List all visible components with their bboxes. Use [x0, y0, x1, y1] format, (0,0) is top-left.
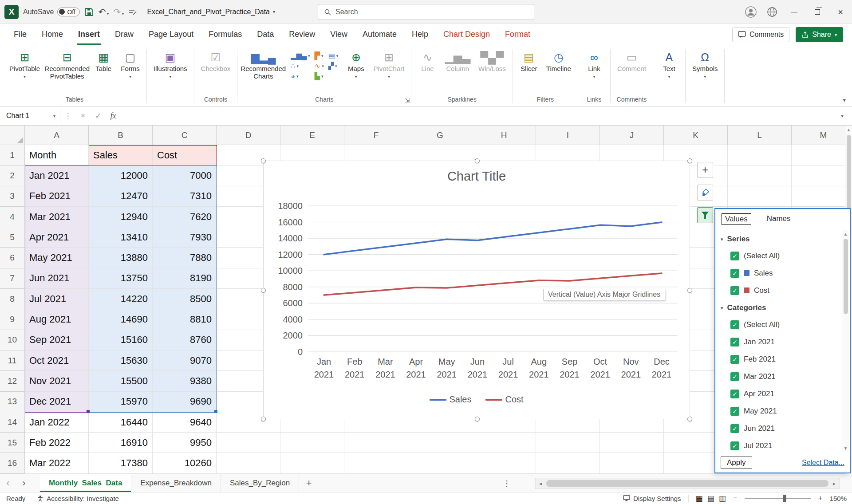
- sheet-tab-sales-by-region[interactable]: Sales_By_Region: [221, 474, 299, 492]
- timeline-button[interactable]: ◷Timeline: [543, 48, 574, 74]
- row-header-5[interactable]: 5: [0, 227, 25, 248]
- text-button[interactable]: AText▾: [657, 48, 682, 79]
- ribbon-tab-insert[interactable]: Insert: [71, 24, 107, 45]
- chart-title[interactable]: Chart Title: [264, 169, 690, 184]
- recommended-pivottables-button[interactable]: ⊟Recommended PivotTables: [45, 48, 89, 81]
- cell-g15[interactable]: [408, 433, 472, 453]
- checkbox-icon[interactable]: ✓: [730, 390, 739, 398]
- illustrations-button[interactable]: ▣Illustrations▾: [150, 48, 190, 79]
- cell-a16[interactable]: Mar 2022: [25, 453, 89, 473]
- recommended-charts-button[interactable]: ▆▂▄Recommended Charts: [241, 48, 285, 81]
- ribbon-tab-view[interactable]: View: [323, 24, 355, 45]
- scatter-chart-button[interactable]: ∴▾: [291, 63, 310, 70]
- cell-b12[interactable]: 15500: [89, 371, 153, 391]
- bar-chart-button[interactable]: ▤▾: [328, 52, 339, 59]
- cell-c2[interactable]: 7000: [153, 165, 217, 186]
- cell-f16[interactable]: [344, 453, 408, 473]
- sheet-tab-expense-breakdown[interactable]: Expense_Breakdown: [131, 474, 221, 492]
- cell-c6[interactable]: 7880: [153, 248, 217, 268]
- scroll-thumb[interactable]: [844, 239, 848, 314]
- cell-c15[interactable]: 9950: [153, 433, 217, 453]
- cell-g16[interactable]: [408, 453, 472, 473]
- cell-c1[interactable]: Cost: [153, 145, 217, 165]
- account-avatar[interactable]: [740, 0, 761, 24]
- treemap-chart-button[interactable]: ▙▾: [315, 73, 324, 80]
- enter-formula-button[interactable]: ✓: [91, 106, 106, 125]
- page-layout-view-button[interactable]: ▤: [707, 494, 714, 503]
- column-header-d[interactable]: D: [217, 126, 280, 145]
- display-settings-button[interactable]: Display Settings: [623, 495, 681, 502]
- cell-e16[interactable]: [280, 453, 344, 473]
- filter-pane-tab-values[interactable]: Values: [722, 213, 751, 225]
- autosave-toggle[interactable]: Off: [57, 8, 79, 16]
- cancel-formula-button[interactable]: ×: [75, 106, 91, 125]
- cell-b6[interactable]: 13880: [89, 248, 153, 268]
- cell-c8[interactable]: 8500: [153, 289, 217, 309]
- cell-b10[interactable]: 15160: [89, 330, 153, 350]
- filter-item-select-all[interactable]: ✓(Select All): [717, 316, 840, 333]
- column-header-m[interactable]: M: [792, 126, 852, 145]
- minimize-button[interactable]: [783, 0, 806, 24]
- cell-c3[interactable]: 7310: [153, 186, 217, 207]
- select-data-link[interactable]: Select Data...: [802, 459, 844, 467]
- row-header-9[interactable]: 9: [0, 309, 25, 330]
- cell-a10[interactable]: Sep 2021: [25, 330, 89, 350]
- cell-b9[interactable]: 14690: [89, 309, 153, 330]
- ribbon-tab-draw[interactable]: Draw: [107, 24, 141, 45]
- excel-logo-icon[interactable]: X: [4, 5, 19, 19]
- horizontal-scrollbar[interactable]: ◂ ▸: [535, 478, 840, 489]
- accessibility-status[interactable]: Accessibility: Investigate: [37, 495, 119, 502]
- sheet-more-button[interactable]: ⋮: [500, 474, 513, 492]
- section-header-series[interactable]: ▾Series: [717, 230, 840, 247]
- row-header-11[interactable]: 11: [0, 350, 25, 371]
- filter-pane-scrollbar[interactable]: ▲ ▼: [842, 230, 849, 452]
- chart-resize-handle[interactable]: [687, 158, 692, 163]
- scroll-up-icon[interactable]: ▲: [844, 232, 848, 236]
- checkbox-icon[interactable]: ✓: [730, 252, 739, 260]
- apply-button[interactable]: Apply: [721, 457, 752, 469]
- table-button[interactable]: ▦Table: [91, 48, 116, 74]
- row-header-13[interactable]: 13: [0, 392, 25, 412]
- cell-b4[interactable]: 12940: [89, 207, 153, 227]
- legend-item-cost[interactable]: Cost: [485, 394, 523, 405]
- cell-a1[interactable]: Month: [25, 145, 89, 165]
- ribbon-tab-chart-design[interactable]: Chart Design: [436, 24, 497, 45]
- column-header-f[interactable]: F: [344, 126, 408, 145]
- document-title[interactable]: Excel_Chart_and_Pivot_Practice_Data ▾: [147, 8, 275, 16]
- chart-resize-handle[interactable]: [687, 288, 692, 293]
- zoom-level[interactable]: 150%: [830, 495, 847, 502]
- filter-item-select-all[interactable]: ✓(Select All): [717, 247, 840, 264]
- checkbox-icon[interactable]: ✓: [730, 320, 739, 329]
- page-break-view-button[interactable]: ▥: [719, 494, 726, 503]
- hierarchy-chart-button[interactable]: ▛▾: [315, 52, 324, 59]
- zoom-out-button[interactable]: −: [733, 494, 738, 503]
- add-sheet-button[interactable]: +: [299, 474, 319, 492]
- cell-a5[interactable]: Apr 2021: [25, 227, 89, 248]
- cell-a2[interactable]: Jan 2021: [25, 165, 89, 186]
- ribbon-tab-data[interactable]: Data: [249, 24, 281, 45]
- sheet-nav-left-icon[interactable]: ‹: [0, 474, 16, 492]
- ribbon-tab-page-layout[interactable]: Page Layout: [141, 24, 201, 45]
- cell-l3[interactable]: [728, 186, 792, 207]
- cell-d16[interactable]: [217, 453, 280, 473]
- chart-resize-handle[interactable]: [261, 417, 266, 421]
- cell-h16[interactable]: [472, 453, 536, 473]
- ribbon-tab-home[interactable]: Home: [34, 24, 71, 45]
- chart-styles-button[interactable]: [697, 185, 713, 201]
- cell-a8[interactable]: Jul 2021: [25, 289, 89, 309]
- cell-a15[interactable]: Feb 2022: [25, 433, 89, 453]
- cell-a4[interactable]: Mar 2021: [25, 207, 89, 227]
- column-header-a[interactable]: A: [25, 126, 89, 145]
- row-header-4[interactable]: 4: [0, 207, 25, 227]
- maps-button[interactable]: ⊕Maps▾: [343, 48, 368, 79]
- cell-b2[interactable]: 12000: [89, 165, 153, 186]
- cell-l1[interactable]: [728, 145, 792, 165]
- chart[interactable]: 0200040006000800010000120001400016000180…: [263, 161, 690, 419]
- ribbon-tab-format[interactable]: Format: [497, 24, 538, 45]
- filter-item-cost[interactable]: ✓Cost: [717, 282, 840, 299]
- chart-filters-button[interactable]: [697, 207, 713, 223]
- chart-elements-button[interactable]: +: [697, 162, 713, 178]
- chart-resize-handle[interactable]: [261, 158, 266, 163]
- cell-c13[interactable]: 9690: [153, 392, 217, 412]
- expand-formula-bar-icon[interactable]: ▾: [832, 106, 852, 125]
